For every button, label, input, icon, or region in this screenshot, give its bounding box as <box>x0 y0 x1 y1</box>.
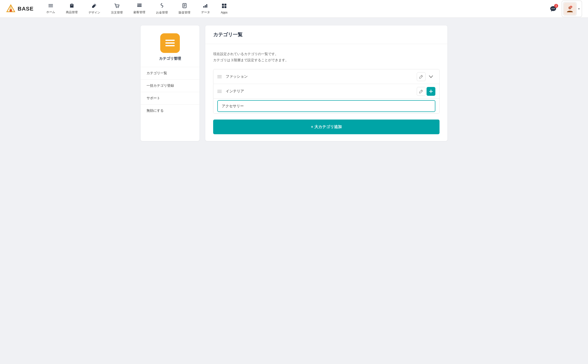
design-icon <box>92 3 97 10</box>
nav-item-products[interactable]: 商品管理 <box>61 1 83 16</box>
nav-item-home[interactable]: ホーム <box>41 1 60 16</box>
svg-rect-21 <box>222 4 224 6</box>
edit-icon <box>419 89 423 93</box>
svg-point-32 <box>570 6 572 7</box>
edit-icon <box>419 75 423 79</box>
home-icon <box>48 3 53 9</box>
promotions-icon <box>182 3 187 10</box>
category-list: ファッション <box>213 69 440 114</box>
table-row: ファッション <box>213 69 439 84</box>
logo-text: BASE <box>18 6 34 12</box>
sidebar-item-bulk-register[interactable]: 一括カテゴリ登録 <box>141 80 199 92</box>
nav-label-money: お金管理 <box>156 11 168 15</box>
svg-rect-2 <box>10 9 12 12</box>
table-row: インテリア <box>213 84 439 99</box>
drag-bar <box>217 90 222 90</box>
nav-item-design[interactable]: デザイン <box>84 1 105 17</box>
nav-item-customers[interactable]: 顧客管理 <box>129 1 150 16</box>
nav-label-promotions: 販促管理 <box>179 11 190 15</box>
svg-rect-19 <box>205 5 206 8</box>
collapse-button-fashion[interactable] <box>427 72 435 81</box>
header-right: 1 ▾ <box>548 0 582 17</box>
add-category-button[interactable]: + 大カテゴリ追加 <box>213 120 440 134</box>
chat-button[interactable]: 1 <box>548 3 559 14</box>
nav-label-data: データ <box>201 10 210 14</box>
nav-item-promotions[interactable]: 販促管理 <box>174 1 195 17</box>
drag-bar <box>217 75 222 76</box>
avatar-chevron-icon: ▾ <box>578 7 580 11</box>
category-name-fashion: ファッション <box>226 74 417 79</box>
svg-rect-9 <box>137 5 142 6</box>
svg-rect-4 <box>49 5 53 6</box>
drag-bar <box>217 92 222 93</box>
plus-icon <box>429 89 433 93</box>
avatar <box>563 2 577 16</box>
category-icon <box>164 38 176 49</box>
add-subcategory-button-interior[interactable] <box>427 87 435 96</box>
logo-icon <box>6 4 16 14</box>
new-category-input[interactable] <box>217 100 435 112</box>
page-title: カテゴリ一覧 <box>213 31 440 38</box>
nav-label-design: デザイン <box>88 11 100 15</box>
avatar-inner <box>564 3 576 15</box>
money-icon <box>159 3 165 10</box>
data-icon <box>203 3 208 9</box>
logo[interactable]: BASE <box>6 4 34 14</box>
nav-item-data[interactable]: データ <box>196 1 215 16</box>
sidebar-item-category-list[interactable]: カテゴリ一覧 <box>141 67 199 80</box>
drag-handle-fashion[interactable] <box>217 75 222 78</box>
svg-rect-5 <box>49 7 53 7</box>
svg-rect-15 <box>184 4 185 5</box>
sidebar-header: カテゴリ管理 <box>141 25 199 67</box>
sidebar-item-disable[interactable]: 無効にする <box>141 105 199 117</box>
sidebar: カテゴリ管理 カテゴリ一覧 一括カテゴリ登録 サポート 無効にする <box>141 25 199 141</box>
svg-rect-11 <box>138 4 138 5</box>
new-category-row <box>213 99 439 113</box>
nav-item-apps[interactable]: Apps <box>216 1 232 16</box>
drag-bar <box>217 78 222 78</box>
svg-rect-20 <box>206 4 207 8</box>
products-icon <box>69 3 74 9</box>
orders-icon <box>114 3 120 10</box>
drag-handle-interior[interactable] <box>217 90 222 93</box>
category-actions-interior <box>417 87 435 96</box>
content-body: 現在設定されているカテゴリの一覧です。 カテゴリは３階層まで設定することができま… <box>205 44 447 141</box>
category-actions-fashion <box>417 72 435 81</box>
main-layout: カテゴリ管理 カテゴリ一覧 一括カテゴリ登録 サポート 無効にする カテゴリ一覧… <box>135 18 453 149</box>
sidebar-icon-wrapper <box>160 33 180 53</box>
nav-item-orders[interactable]: 注文管理 <box>106 1 128 17</box>
main-nav: ホーム 商品管理 デザイン 注文管理 顧客管理 <box>41 1 548 17</box>
svg-point-27 <box>554 8 555 9</box>
avatar-image <box>565 4 574 13</box>
content-panel: カテゴリ一覧 現在設定されているカテゴリの一覧です。 カテゴリは３階層まで設定す… <box>205 25 447 141</box>
svg-rect-24 <box>224 6 226 8</box>
edit-button-fashion[interactable] <box>417 72 426 81</box>
svg-rect-33 <box>165 40 175 41</box>
svg-rect-3 <box>49 4 53 5</box>
svg-rect-10 <box>137 6 142 7</box>
nav-label-products: 商品管理 <box>66 10 78 14</box>
svg-line-36 <box>421 76 422 77</box>
svg-rect-34 <box>165 42 175 44</box>
svg-rect-35 <box>165 45 175 46</box>
edit-button-interior[interactable] <box>417 87 426 96</box>
svg-rect-18 <box>203 6 204 8</box>
svg-rect-16 <box>184 5 185 6</box>
nav-label-home: ホーム <box>46 10 55 14</box>
svg-rect-17 <box>184 6 185 7</box>
avatar-button[interactable]: ▾ <box>562 0 582 17</box>
nav-label-apps: Apps <box>221 11 227 14</box>
svg-line-37 <box>421 90 422 91</box>
svg-point-26 <box>553 8 554 9</box>
description-line2: カテゴリは３階層まで設定することができます。 <box>213 57 440 63</box>
customers-icon <box>137 3 142 9</box>
header: BASE ホーム 商品管理 デザイン 注文管 <box>0 0 588 18</box>
nav-label-customers: 顧客管理 <box>134 10 145 14</box>
drag-bar <box>217 76 222 77</box>
sidebar-title: カテゴリ管理 <box>159 56 181 61</box>
sidebar-menu: カテゴリ一覧 一括カテゴリ登録 サポート 無効にする <box>141 67 199 117</box>
sidebar-item-support[interactable]: サポート <box>141 92 199 105</box>
nav-item-money[interactable]: お金管理 <box>151 1 173 17</box>
apps-icon <box>221 3 227 10</box>
category-name-interior: インテリア <box>226 89 417 94</box>
